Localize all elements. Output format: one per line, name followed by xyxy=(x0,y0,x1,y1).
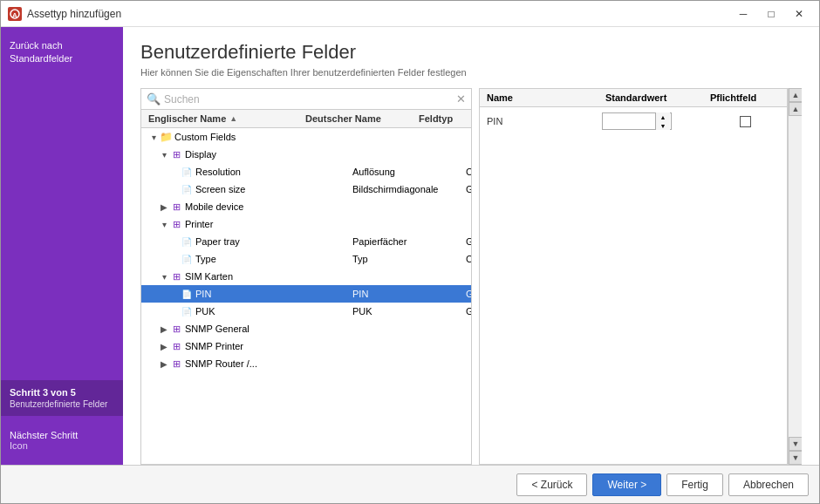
spinbox: ▲ ▼ xyxy=(602,112,672,130)
sidebar-current-step: Schritt 3 von 5 Benutzerdefinierte Felde… xyxy=(1,380,123,416)
doc-icon: 📄 xyxy=(180,184,194,194)
list-item[interactable]: ▾ ⊞ Printer xyxy=(141,215,471,233)
main-area: Benutzerdefinierte Felder Hier können Si… xyxy=(123,27,819,465)
list-item[interactable]: ▾ ⊞ Display xyxy=(141,146,471,163)
list-item[interactable]: 📄 Paper tray Papierfächer Ganzzahl xyxy=(141,233,471,250)
header-default-col: Standardwert xyxy=(605,92,710,103)
table-icon: ⊞ xyxy=(169,271,183,282)
expand-icon: ▾ xyxy=(148,132,159,142)
right-area: Name Standardwert Pflichtfeld PIN xyxy=(479,88,802,465)
search-clear-icon[interactable]: ✕ xyxy=(456,92,466,106)
pin-default-value: ▲ ▼ xyxy=(602,112,707,130)
list-item[interactable]: ▾ 📁 Custom Fields xyxy=(141,128,471,146)
folder-icon: 📁 xyxy=(159,132,173,142)
list-item[interactable]: 📄 Screen size Bildschirmdiagonale Ganzza… xyxy=(141,180,471,198)
main-window: A Assettyp hinzufügen ─ □ ✕ Zurück nach … xyxy=(0,0,820,504)
list-item[interactable]: ▶ ⊞ SNMP Printer xyxy=(141,337,471,355)
doc-icon: 📄 xyxy=(180,167,194,177)
list-item[interactable]: 📄 PUK PUK Ganzzahl xyxy=(141,303,471,320)
table-icon: ⊞ xyxy=(169,201,183,212)
scroll-track xyxy=(789,116,802,437)
sidebar-next-step: Nächster Schritt Icon xyxy=(1,423,123,458)
header-field-type: Feldtyp xyxy=(419,113,464,124)
svg-text:A: A xyxy=(12,10,17,18)
table-icon: ⊞ xyxy=(169,219,183,229)
spin-input[interactable] xyxy=(603,116,655,126)
window-controls: ─ □ ✕ xyxy=(730,4,812,24)
search-input[interactable] xyxy=(164,93,456,106)
doc-icon: 📄 xyxy=(180,289,194,299)
expand-icon xyxy=(169,254,180,264)
doc-icon: 📄 xyxy=(180,254,194,264)
spin-down-button[interactable]: ▼ xyxy=(656,121,670,130)
expand-icon xyxy=(169,184,180,194)
sidebar-back-label: Zurück nach Standardfelder xyxy=(10,40,72,64)
minimize-button[interactable]: ─ xyxy=(730,4,756,24)
sidebar-back-nav[interactable]: Zurück nach Standardfelder xyxy=(1,34,123,70)
spin-buttons: ▲ ▼ xyxy=(655,112,670,130)
expand-icon xyxy=(169,167,180,177)
header-name-col: Name xyxy=(487,92,605,103)
expand-icon: ▶ xyxy=(159,324,169,334)
doc-icon: 📄 xyxy=(180,306,194,317)
next-step-label: Nächster Schritt xyxy=(10,430,114,440)
table-icon: ⊞ xyxy=(169,149,183,160)
title-bar: A Assettyp hinzufügen ─ □ ✕ xyxy=(1,1,819,27)
spin-up-button[interactable]: ▲ xyxy=(656,112,670,121)
doc-icon: 📄 xyxy=(180,236,194,247)
window-title: Assettyp hinzufügen xyxy=(27,8,730,20)
sort-icon: ▲ xyxy=(229,114,237,123)
right-panel-header: Name Standardwert Pflichtfeld xyxy=(480,89,787,107)
scroll-up-button[interactable]: ▲ xyxy=(789,102,802,116)
list-item[interactable]: ▶ ⊞ Mobile device xyxy=(141,198,471,215)
done-button[interactable]: Fertig xyxy=(666,473,723,496)
table-icon: ⊞ xyxy=(169,341,183,351)
next-step-sub: Icon xyxy=(10,440,114,451)
expand-icon: ▾ xyxy=(159,271,169,282)
table-icon: ⊞ xyxy=(169,358,183,369)
list-item[interactable]: 📄 Resolution Auflösung Combobox fixiert xyxy=(141,163,471,180)
footer: < Zurück Weiter > Fertig Abbrechen xyxy=(1,465,819,503)
scroll-bottom-button[interactable]: ▼ xyxy=(789,451,802,465)
required-checkbox[interactable] xyxy=(740,116,751,127)
page-subtitle: Hier können Sie die Eigenschaften Ihrer … xyxy=(140,67,802,78)
right-scrollbar: ▲ ▲ ▼ ▼ xyxy=(788,88,802,465)
back-button[interactable]: < Zurück xyxy=(516,473,587,496)
table-icon: ⊞ xyxy=(169,324,183,334)
maximize-button[interactable]: □ xyxy=(758,4,784,24)
tree-panel: 🔍 ✕ Englischer Name ▲ Deutscher Name Fel… xyxy=(140,88,472,465)
content-area: Zurück nach Standardfelder Schritt 3 von… xyxy=(1,27,819,465)
right-panel-body: PIN ▲ ▼ xyxy=(480,107,787,464)
expand-icon: ▶ xyxy=(159,358,169,369)
expand-icon: ▶ xyxy=(159,341,169,351)
list-item[interactable]: 📄 Type Typ Combobox fixiert xyxy=(141,250,471,268)
right-content: Name Standardwert Pflichtfeld PIN xyxy=(479,88,802,465)
list-item[interactable]: ▾ ⊞ SIM Karten xyxy=(141,268,471,285)
required-checkbox-cell xyxy=(710,116,780,127)
header-german-name: Deutscher Name xyxy=(305,113,419,124)
header-english-name[interactable]: Englischer Name ▲ xyxy=(148,113,305,124)
tree-body: ▾ 📁 Custom Fields ▾ ⊞ Display xyxy=(141,128,471,464)
list-item[interactable]: ▶ ⊞ SNMP Router /... xyxy=(141,355,471,372)
expand-icon: ▾ xyxy=(159,219,169,229)
expand-icon xyxy=(169,306,180,317)
sidebar: Zurück nach Standardfelder Schritt 3 von… xyxy=(1,27,123,465)
step-name: Benutzerdefinierte Felder xyxy=(10,399,114,409)
expand-icon: ▶ xyxy=(159,201,169,212)
header-required-col: Pflichtfeld xyxy=(710,92,780,103)
pin-name-label: PIN xyxy=(487,116,598,126)
search-icon: 🔍 xyxy=(147,92,161,106)
expand-icon xyxy=(169,289,180,299)
next-button[interactable]: Weiter > xyxy=(592,473,661,496)
scroll-down-button[interactable]: ▼ xyxy=(789,437,802,451)
close-button[interactable]: ✕ xyxy=(786,4,812,24)
list-item[interactable]: ▶ ⊞ SNMP General xyxy=(141,320,471,337)
tree-header: Englischer Name ▲ Deutscher Name Feldtyp xyxy=(141,110,471,128)
step-label: Schritt 3 von 5 xyxy=(10,387,114,398)
search-bar: 🔍 ✕ xyxy=(141,89,471,110)
right-panel: Name Standardwert Pflichtfeld PIN xyxy=(479,88,788,465)
list-item[interactable]: 📄 PIN PIN Ganzzahl xyxy=(141,285,471,303)
scroll-top-button[interactable]: ▲ xyxy=(789,88,802,102)
expand-icon xyxy=(169,236,180,247)
cancel-button[interactable]: Abbrechen xyxy=(728,473,809,496)
